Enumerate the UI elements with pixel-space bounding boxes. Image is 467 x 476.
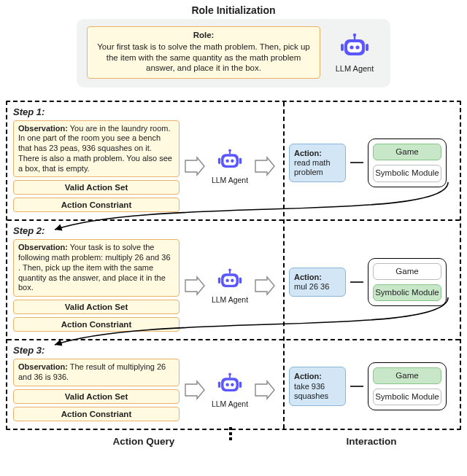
arrow-right-icon xyxy=(254,156,276,176)
svg-point-35 xyxy=(225,383,228,386)
agent-label: LLM Agent xyxy=(210,295,250,304)
observation-box: Observation: You are in the laundry room… xyxy=(13,120,180,178)
svg-marker-30 xyxy=(185,381,204,399)
ellipsis-icon xyxy=(229,427,232,440)
svg-rect-23 xyxy=(224,276,236,285)
arrow-right-icon xyxy=(254,276,276,296)
agent-label: LLM Agent xyxy=(210,176,250,184)
interaction-label: Interaction xyxy=(282,436,461,447)
action-query-column: Step 3: Observation: The result of multi… xyxy=(7,340,283,429)
svg-rect-26 xyxy=(218,278,220,284)
svg-point-24 xyxy=(225,279,228,282)
svg-point-4 xyxy=(350,46,353,50)
svg-marker-28 xyxy=(255,277,274,294)
action-box: Action: take 936 squashes xyxy=(289,367,346,406)
svg-rect-21 xyxy=(229,270,231,273)
observation-box: Observation: The result of multiplying 2… xyxy=(13,359,180,386)
svg-rect-16 xyxy=(239,158,242,165)
svg-rect-10 xyxy=(229,151,231,154)
svg-rect-6 xyxy=(341,44,344,51)
svg-point-36 xyxy=(231,383,234,386)
observation-box: Observation: Your task is to solve the f… xyxy=(13,239,180,297)
llm-agent: LLM Agent xyxy=(329,31,380,73)
svg-rect-38 xyxy=(239,382,242,389)
svg-marker-39 xyxy=(255,381,274,399)
observation-head: Observation: xyxy=(18,124,68,133)
svg-point-13 xyxy=(225,160,228,163)
action-query-column: Step 1: Observation: You are in the laun… xyxy=(7,102,283,220)
game-module: Game xyxy=(373,144,441,160)
robot-icon xyxy=(216,267,244,292)
interaction-column: Action: read math problem Game Symbolic … xyxy=(283,102,460,220)
llm-agent: LLM Agent xyxy=(210,147,250,184)
arrow-right-icon xyxy=(254,380,276,400)
role-init-title: Role Initialization xyxy=(77,4,390,16)
llm-agent: LLM Agent xyxy=(210,267,250,304)
step-title: Step 1: xyxy=(13,106,279,117)
svg-marker-19 xyxy=(185,277,204,294)
game-module: Game xyxy=(373,367,441,384)
observation-head: Observation: xyxy=(18,362,68,371)
line-connector-icon xyxy=(350,157,363,168)
arrow-right-icon xyxy=(184,380,206,400)
action-text: take 936 squashes xyxy=(294,382,328,400)
svg-rect-1 xyxy=(354,36,355,39)
svg-rect-27 xyxy=(239,278,242,284)
role-initialization: Role Initialization Role: Your first tas… xyxy=(77,4,390,87)
llm-agent: LLM Agent xyxy=(210,371,250,408)
action-head: Action: xyxy=(294,273,322,281)
robot-icon xyxy=(216,371,244,396)
action-constraint: Action Constriant xyxy=(13,317,180,332)
step-title: Step 3: xyxy=(13,345,279,356)
step-row: Step 1: Observation: You are in the laun… xyxy=(7,102,460,220)
svg-rect-7 xyxy=(366,44,368,51)
step-title: Step 2: xyxy=(13,225,279,236)
valid-action-set: Valid Action Set xyxy=(13,300,180,314)
action-query-label: Action Query xyxy=(6,436,282,447)
arrow-right-icon xyxy=(184,276,206,296)
footer-labels: Action Query Interaction xyxy=(6,436,461,447)
svg-point-14 xyxy=(231,160,234,163)
svg-rect-15 xyxy=(218,158,220,165)
robot-icon xyxy=(339,31,371,61)
action-text: mul 26 36 xyxy=(294,282,329,291)
system-selector: Game Symbolic Module xyxy=(368,362,447,410)
svg-rect-34 xyxy=(224,381,236,389)
action-constraint: Action Constriant xyxy=(13,407,180,421)
svg-rect-3 xyxy=(347,42,362,52)
agent-label: LLM Agent xyxy=(210,399,250,408)
symbolic-module: Symbolic Module xyxy=(373,165,441,182)
game-module: Game xyxy=(373,263,441,280)
symbolic-module: Symbolic Module xyxy=(373,284,441,301)
arrow-right-icon xyxy=(184,156,206,176)
line-connector-icon xyxy=(350,381,363,391)
system-selector: Game Symbolic Module xyxy=(368,138,447,187)
svg-rect-32 xyxy=(229,375,231,378)
interaction-column: Action: mul 26 36 Game Symbolic Module xyxy=(283,221,460,339)
svg-point-25 xyxy=(231,279,234,282)
observation-head: Observation: xyxy=(18,243,68,251)
svg-point-5 xyxy=(355,46,359,50)
steps-container: Step 1: Observation: You are in the laun… xyxy=(6,101,461,430)
step-row: Step 2: Observation: Your task is to sol… xyxy=(7,219,460,339)
system-selector: Game Symbolic Module xyxy=(368,258,447,306)
svg-marker-8 xyxy=(185,157,204,175)
interaction-column: Action: take 936 squashes Game Symbolic … xyxy=(283,340,460,429)
action-box: Action: mul 26 36 xyxy=(289,268,346,297)
valid-action-set: Valid Action Set xyxy=(13,389,180,404)
role-init-box: Role: Your first task is to solve the ma… xyxy=(77,19,390,87)
action-head: Action: xyxy=(294,149,322,157)
role-text: Your first task is to solve the math pro… xyxy=(97,42,309,72)
robot-icon xyxy=(216,147,244,172)
action-head: Action: xyxy=(294,372,322,381)
role-head: Role: xyxy=(95,30,312,40)
line-connector-icon xyxy=(350,277,363,287)
svg-marker-17 xyxy=(255,157,274,175)
action-query-column: Step 2: Observation: Your task is to sol… xyxy=(7,221,283,339)
action-box: Action: read math problem xyxy=(289,144,346,183)
symbolic-module: Symbolic Module xyxy=(373,389,441,405)
step-row: Step 3: Observation: The result of multi… xyxy=(7,339,460,429)
agent-label: LLM Agent xyxy=(329,64,380,73)
action-text: read math problem xyxy=(294,158,331,176)
svg-rect-37 xyxy=(218,382,220,389)
